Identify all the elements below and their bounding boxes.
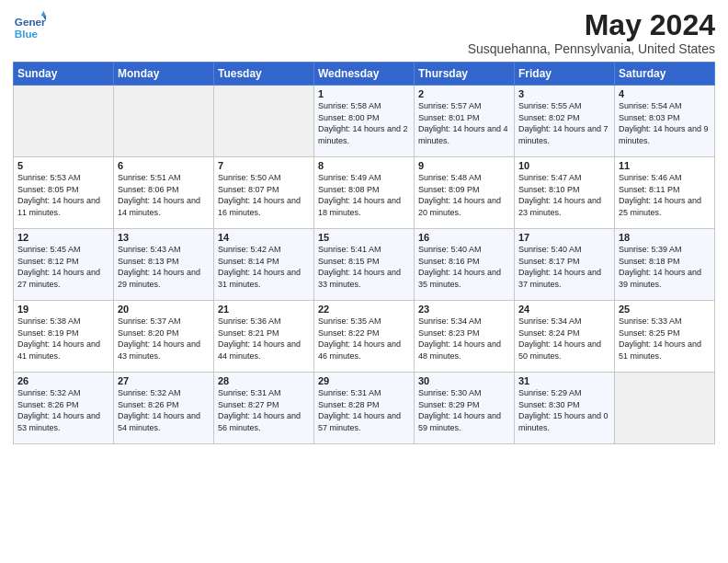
col-monday: Monday (114, 63, 214, 86)
title-area: May 2024 Susquehanna, Pennsylvania, Unit… (468, 9, 715, 56)
logo: General Blue (13, 9, 50, 42)
calendar-cell (615, 373, 715, 444)
calendar-cell: 14Sunrise: 5:42 AMSunset: 8:14 PMDayligh… (214, 229, 314, 301)
cell-info: Sunrise: 5:58 AMSunset: 8:00 PMDaylight:… (318, 101, 408, 145)
svg-marker-2 (41, 11, 46, 16)
day-number: 22 (318, 304, 410, 315)
cell-info: Sunrise: 5:48 AMSunset: 8:09 PMDaylight:… (418, 173, 501, 217)
day-number: 8 (318, 160, 410, 171)
day-number: 28 (218, 375, 310, 386)
calendar-cell: 19Sunrise: 5:38 AMSunset: 8:19 PMDayligh… (14, 301, 114, 373)
calendar-cell: 6Sunrise: 5:51 AMSunset: 8:06 PMDaylight… (114, 157, 214, 229)
calendar-cell (14, 86, 114, 157)
cell-info: Sunrise: 5:57 AMSunset: 8:01 PMDaylight:… (418, 101, 508, 145)
calendar-week-3: 12Sunrise: 5:45 AMSunset: 8:12 PMDayligh… (14, 229, 715, 301)
cell-info: Sunrise: 5:29 AMSunset: 8:30 PMDaylight:… (518, 388, 609, 432)
calendar-table: Sunday Monday Tuesday Wednesday Thursday… (13, 62, 715, 444)
calendar-cell: 16Sunrise: 5:40 AMSunset: 8:16 PMDayligh… (415, 229, 515, 301)
calendar-week-4: 19Sunrise: 5:38 AMSunset: 8:19 PMDayligh… (14, 301, 715, 373)
day-number: 1 (318, 88, 410, 99)
cell-info: Sunrise: 5:40 AMSunset: 8:16 PMDaylight:… (418, 245, 501, 289)
calendar-cell: 18Sunrise: 5:39 AMSunset: 8:18 PMDayligh… (615, 229, 715, 301)
calendar-week-1: 1Sunrise: 5:58 AMSunset: 8:00 PMDaylight… (14, 86, 715, 157)
day-number: 4 (619, 88, 711, 99)
calendar-body: 1Sunrise: 5:58 AMSunset: 8:00 PMDaylight… (14, 86, 715, 444)
calendar-cell: 10Sunrise: 5:47 AMSunset: 8:10 PMDayligh… (515, 157, 615, 229)
header: General Blue May 2024 Susquehanna, Penns… (13, 9, 715, 56)
cell-info: Sunrise: 5:38 AMSunset: 8:19 PMDaylight:… (17, 316, 100, 361)
day-number: 27 (118, 375, 210, 386)
day-number: 6 (118, 160, 210, 171)
cell-info: Sunrise: 5:55 AMSunset: 8:02 PMDaylight:… (518, 101, 609, 145)
day-number: 24 (518, 304, 610, 315)
day-number: 26 (17, 375, 109, 386)
day-number: 3 (518, 88, 610, 99)
cell-info: Sunrise: 5:34 AMSunset: 8:24 PMDaylight:… (518, 316, 601, 361)
calendar-cell: 8Sunrise: 5:49 AMSunset: 8:08 PMDaylight… (314, 157, 415, 229)
day-number: 13 (118, 232, 210, 243)
cell-info: Sunrise: 5:43 AMSunset: 8:13 PMDaylight:… (118, 245, 200, 289)
cell-info: Sunrise: 5:51 AMSunset: 8:06 PMDaylight:… (118, 173, 200, 217)
calendar-week-5: 26Sunrise: 5:32 AMSunset: 8:26 PMDayligh… (14, 373, 715, 444)
calendar-cell: 5Sunrise: 5:53 AMSunset: 8:05 PMDaylight… (14, 157, 114, 229)
day-number: 5 (17, 160, 109, 171)
calendar-cell: 4Sunrise: 5:54 AMSunset: 8:03 PMDaylight… (615, 86, 715, 157)
cell-info: Sunrise: 5:54 AMSunset: 8:03 PMDaylight:… (619, 101, 709, 145)
col-friday: Friday (515, 63, 615, 86)
day-number: 29 (318, 375, 410, 386)
calendar-cell (114, 86, 214, 157)
col-tuesday: Tuesday (214, 63, 314, 86)
col-wednesday: Wednesday (314, 63, 415, 86)
cell-info: Sunrise: 5:31 AMSunset: 8:28 PMDaylight:… (318, 388, 401, 432)
calendar-cell: 22Sunrise: 5:35 AMSunset: 8:22 PMDayligh… (314, 301, 415, 373)
cell-info: Sunrise: 5:49 AMSunset: 8:08 PMDaylight:… (318, 173, 401, 217)
calendar-cell: 23Sunrise: 5:34 AMSunset: 8:23 PMDayligh… (415, 301, 515, 373)
calendar-cell: 31Sunrise: 5:29 AMSunset: 8:30 PMDayligh… (515, 373, 615, 444)
calendar-cell: 29Sunrise: 5:31 AMSunset: 8:28 PMDayligh… (314, 373, 415, 444)
day-number: 31 (518, 375, 610, 386)
cell-info: Sunrise: 5:42 AMSunset: 8:14 PMDaylight:… (218, 245, 301, 289)
day-number: 21 (218, 304, 310, 315)
calendar-cell (214, 86, 314, 157)
cell-info: Sunrise: 5:34 AMSunset: 8:23 PMDaylight:… (418, 316, 501, 361)
day-number: 14 (218, 232, 310, 243)
calendar-cell: 1Sunrise: 5:58 AMSunset: 8:00 PMDaylight… (314, 86, 415, 157)
day-number: 10 (518, 160, 610, 171)
cell-info: Sunrise: 5:41 AMSunset: 8:15 PMDaylight:… (318, 245, 401, 289)
day-number: 15 (318, 232, 410, 243)
calendar-cell: 28Sunrise: 5:31 AMSunset: 8:27 PMDayligh… (214, 373, 314, 444)
cell-info: Sunrise: 5:53 AMSunset: 8:05 PMDaylight:… (17, 173, 100, 217)
calendar-cell: 12Sunrise: 5:45 AMSunset: 8:12 PMDayligh… (14, 229, 114, 301)
cell-info: Sunrise: 5:32 AMSunset: 8:26 PMDaylight:… (118, 388, 200, 432)
logo-icon: General Blue (13, 9, 46, 42)
calendar-cell: 20Sunrise: 5:37 AMSunset: 8:20 PMDayligh… (114, 301, 214, 373)
cell-info: Sunrise: 5:39 AMSunset: 8:18 PMDaylight:… (619, 245, 701, 289)
calendar-cell: 3Sunrise: 5:55 AMSunset: 8:02 PMDaylight… (515, 86, 615, 157)
cell-info: Sunrise: 5:45 AMSunset: 8:12 PMDaylight:… (17, 245, 100, 289)
location: Susquehanna, Pennsylvania, United States (468, 41, 715, 56)
page-container: General Blue May 2024 Susquehanna, Penns… (0, 0, 728, 452)
calendar-cell: 24Sunrise: 5:34 AMSunset: 8:24 PMDayligh… (515, 301, 615, 373)
calendar-cell: 2Sunrise: 5:57 AMSunset: 8:01 PMDaylight… (415, 86, 515, 157)
cell-info: Sunrise: 5:50 AMSunset: 8:07 PMDaylight:… (218, 173, 301, 217)
calendar-cell: 21Sunrise: 5:36 AMSunset: 8:21 PMDayligh… (214, 301, 314, 373)
col-sunday: Sunday (14, 63, 114, 86)
cell-info: Sunrise: 5:47 AMSunset: 8:10 PMDaylight:… (518, 173, 601, 217)
calendar-cell: 30Sunrise: 5:30 AMSunset: 8:29 PMDayligh… (415, 373, 515, 444)
cell-info: Sunrise: 5:33 AMSunset: 8:25 PMDaylight:… (619, 316, 701, 361)
svg-text:General: General (15, 16, 46, 28)
cell-info: Sunrise: 5:36 AMSunset: 8:21 PMDaylight:… (218, 316, 301, 361)
day-number: 16 (418, 232, 510, 243)
day-number: 25 (619, 304, 711, 315)
cell-info: Sunrise: 5:46 AMSunset: 8:11 PMDaylight:… (619, 173, 701, 217)
day-number: 2 (418, 88, 510, 99)
cell-info: Sunrise: 5:37 AMSunset: 8:20 PMDaylight:… (118, 316, 200, 361)
calendar-header: Sunday Monday Tuesday Wednesday Thursday… (14, 63, 715, 86)
svg-text:Blue: Blue (15, 28, 39, 40)
header-row: Sunday Monday Tuesday Wednesday Thursday… (14, 63, 715, 86)
col-thursday: Thursday (415, 63, 515, 86)
calendar-cell: 17Sunrise: 5:40 AMSunset: 8:17 PMDayligh… (515, 229, 615, 301)
calendar-cell: 9Sunrise: 5:48 AMSunset: 8:09 PMDaylight… (415, 157, 515, 229)
day-number: 19 (17, 304, 109, 315)
calendar-cell: 13Sunrise: 5:43 AMSunset: 8:13 PMDayligh… (114, 229, 214, 301)
